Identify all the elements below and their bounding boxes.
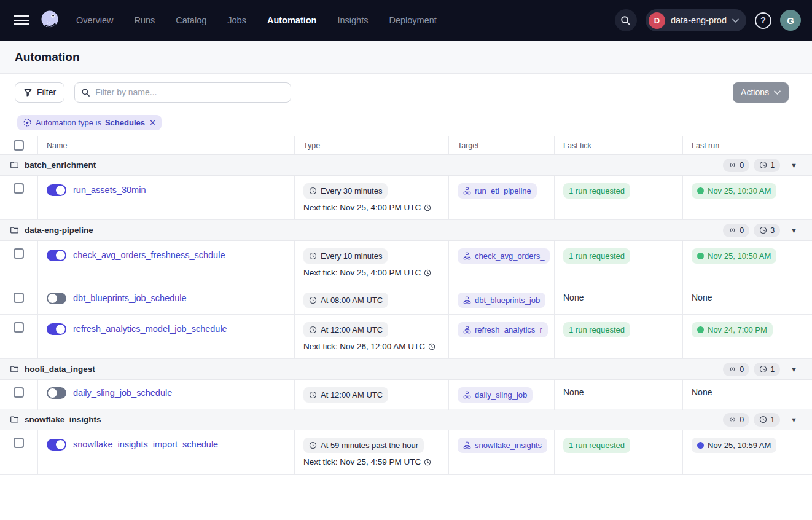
last-tick-badge[interactable]: 1 run requested [563,183,630,199]
clock-icon [309,391,317,399]
job-icon [463,252,471,260]
last-tick-badge[interactable]: 1 run requested [563,322,630,337]
search-button[interactable] [615,9,637,31]
last-run-badge[interactable]: Nov 24, 7:00 PM [692,322,773,337]
primary-nav: Overview Runs Catalog Jobs Automation In… [76,15,437,25]
select-all-checkbox[interactable] [14,140,24,151]
schedule-toggle[interactable] [47,387,66,399]
nav-deployment[interactable]: Deployment [389,15,436,25]
sensor-count-badge: 0 [723,363,749,376]
funnel-icon [23,88,33,97]
automation-table: Name Type Target Last tick Last run batc… [0,136,812,475]
folder-icon [10,415,19,424]
group-name: data-eng-pipeline [25,226,93,235]
schedule-toggle[interactable] [47,184,66,196]
clock-icon [309,252,317,260]
collapse-caret-icon[interactable]: ▼ [791,416,797,423]
schedule-cadence-badge: Every 30 minutes [303,183,388,199]
last-run-badge[interactable]: Nov 25, 10:50 AM [692,248,776,264]
job-icon [463,391,471,399]
schedule-toggle[interactable] [47,293,66,304]
group-name: batch_enrichment [25,160,96,170]
schedule-name-link[interactable]: dbt_blueprints_job_schedule [73,293,187,304]
active-filters-row: Automation type is Schedules ✕ [0,111,812,136]
nav-insights[interactable]: Insights [337,15,368,25]
chevron-down-icon [774,90,781,95]
col-last-run: Last run [683,136,812,154]
target-link[interactable]: run_etl_pipeline [458,183,537,199]
schedule-toggle[interactable] [47,250,66,261]
sensor-count-badge: 0 [723,159,749,172]
target-link[interactable]: refresh_analytics_r [458,322,548,337]
filter-button[interactable]: Filter [15,82,64,103]
row-checkbox[interactable] [14,387,24,398]
target-link[interactable]: snowflake_insights [458,438,547,453]
table-header: Name Type Target Last tick Last run [0,136,812,155]
table-row: dbt_blueprints_job_schedule At 08:00 AM … [0,285,812,315]
target-link[interactable]: dbt_blueprints_job [458,293,545,308]
nav-catalog[interactable]: Catalog [176,15,206,25]
nav-runs[interactable]: Runs [134,15,155,25]
clock-icon [309,326,317,334]
group-row-hooli-data-ingest[interactable]: hooli_data_ingest 0 1 ▼ [0,359,812,380]
group-row-data-eng-pipeline[interactable]: data-eng-pipeline 0 3 ▼ [0,220,812,241]
row-checkbox[interactable] [14,438,24,448]
target-link[interactable]: daily_sling_job [458,387,533,403]
collapse-caret-icon[interactable]: ▼ [791,162,797,169]
schedule-name-link[interactable]: check_avg_orders_freshness_schdule [73,250,225,261]
last-tick-badge[interactable]: 1 run requested [563,438,630,453]
nav-overview[interactable]: Overview [76,15,113,25]
row-checkbox[interactable] [14,248,24,259]
schedule-name-link[interactable]: daily_sling_job_schedule [73,387,172,399]
page-title-bar: Automation [0,41,812,74]
dagster-logo-icon[interactable] [38,9,61,32]
schedule-toggle[interactable] [47,323,66,335]
collapse-caret-icon[interactable]: ▼ [791,366,797,373]
sensor-icon [728,365,736,373]
row-checkbox[interactable] [14,293,24,303]
last-run-badge[interactable]: Nov 25, 10:59 AM [692,438,776,453]
help-button[interactable]: ? [755,12,771,29]
row-checkbox[interactable] [14,183,24,194]
question-icon: ? [760,15,766,25]
table-row: refresh_analytics_model_job_schedule At … [0,315,812,359]
run-started-dot [697,442,704,449]
hamburger-menu-icon[interactable] [14,15,29,25]
clock-icon [309,187,317,195]
clock-icon [428,343,435,350]
top-nav: Overview Runs Catalog Jobs Automation In… [0,0,812,41]
schedule-cadence-badge: Every 10 minutes [303,248,388,264]
clock-icon [759,416,767,423]
nav-automation[interactable]: Automation [267,15,317,25]
filter-chip-automation-type[interactable]: Automation type is Schedules ✕ [17,115,162,130]
close-icon[interactable]: ✕ [149,118,156,127]
actions-button[interactable]: Actions [733,82,789,103]
run-success-dot [697,253,704,259]
deployment-switcher[interactable]: D data-eng-prod [646,9,746,31]
user-avatar[interactable]: G [780,10,801,31]
row-checkbox[interactable] [14,322,24,333]
schedule-name-link[interactable]: snowflake_insights_import_schedule [73,439,218,451]
run-success-dot [697,187,704,194]
next-tick-text: Next tick: Nov 26, 12:00 AM UTC [303,342,435,351]
collapse-caret-icon[interactable]: ▼ [791,227,797,234]
next-tick-text: Next tick: Nov 25, 4:59 PM UTC [303,457,431,467]
group-name: hooli_data_ingest [25,364,95,374]
schedule-name-link[interactable]: refresh_analytics_model_job_schedule [73,323,227,335]
schedule-toggle[interactable] [47,439,66,451]
last-tick-none: None [563,293,584,303]
nav-jobs[interactable]: Jobs [227,15,246,25]
group-row-batch-enrichment[interactable]: batch_enrichment 0 1 ▼ [0,155,812,176]
filter-by-name-input[interactable] [74,82,291,103]
group-row-snowflake-insights[interactable]: snowflake_insights 0 1 ▼ [0,409,812,430]
target-link[interactable]: check_avg_orders_ [458,248,550,264]
last-tick-badge[interactable]: 1 run requested [563,248,630,264]
last-run-none: None [692,387,712,398]
table-row: run_assets_30min Every 30 minutes Next t… [0,176,812,220]
schedule-name-link[interactable]: run_assets_30min [73,184,146,196]
job-icon [463,326,471,334]
sensor-icon [728,416,736,423]
last-run-badge[interactable]: Nov 25, 10:30 AM [692,183,776,199]
clock-icon [759,226,767,234]
chevron-down-icon [732,18,739,23]
